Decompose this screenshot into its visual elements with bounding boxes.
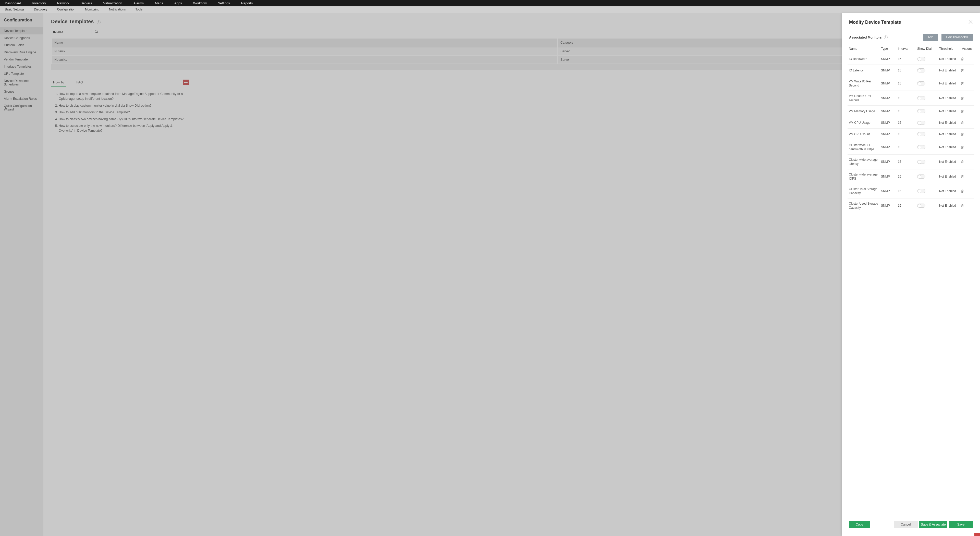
delete-icon[interactable] (961, 132, 974, 136)
topnav-item[interactable]: Alarms (128, 0, 149, 6)
monitor-type: SNMP (881, 110, 896, 113)
section-label: Associated Monitors (849, 35, 882, 39)
svg-point-0 (95, 30, 97, 32)
sidebar-item-groups[interactable]: Groups (0, 88, 43, 95)
help-icon[interactable]: ? (97, 21, 100, 24)
help-icon[interactable]: ? (884, 35, 888, 39)
save-button[interactable]: Save (949, 521, 973, 528)
table-row[interactable]: NutanixServer (52, 47, 972, 55)
sidebar-item-discovery-rule-engine[interactable]: Discovery Rule Engine (0, 49, 43, 56)
svg-rect-2 (184, 82, 188, 83)
tab-how-to[interactable]: How To (51, 80, 66, 87)
how-to-item[interactable]: How to associate only the new monitors? … (59, 124, 184, 134)
how-to-item[interactable]: How to display custom monitor value in d… (59, 103, 184, 108)
topnav-item[interactable]: Network (52, 0, 75, 6)
table-row[interactable]: Nutanix1Server (52, 56, 972, 64)
topnav-item[interactable]: Dashboard (1, 0, 27, 6)
monitor-threshold: Not Enabled (939, 132, 959, 136)
sidebar-item-interface-templates[interactable]: Interface Templates (0, 63, 43, 70)
sidebar-item-vendor-template[interactable]: Vendor Template (0, 56, 43, 63)
delete-icon[interactable] (961, 68, 974, 72)
topnav-item[interactable]: Maps (149, 0, 169, 6)
sidebar-item-device-template[interactable]: Device Template (0, 27, 43, 35)
show-dial-toggle[interactable] (917, 132, 925, 136)
show-dial-toggle[interactable] (917, 68, 925, 72)
how-to-item[interactable]: How to import a new template obtained fr… (59, 92, 184, 102)
delete-icon[interactable] (961, 189, 974, 193)
sidebar-item-alarm-escalation[interactable]: Alarm Escalation Rules (0, 95, 43, 102)
subnav-item[interactable]: Notifications (104, 6, 130, 13)
search-icon[interactable] (94, 30, 99, 34)
monitor-interval: 15 (898, 132, 916, 136)
monitor-row: VM Memory UsageSNMP15Not Enabled (848, 106, 974, 117)
monitor-interval: 15 (898, 57, 916, 61)
show-dial-toggle[interactable] (917, 57, 925, 61)
copy-button[interactable]: Copy (849, 521, 870, 528)
show-dial-toggle[interactable] (917, 189, 925, 193)
show-dial-toggle[interactable] (917, 175, 925, 178)
mh-interval: Interval (898, 47, 916, 51)
sidebar-title: Configuration (0, 17, 43, 27)
delete-icon[interactable] (961, 96, 974, 100)
topnav-item[interactable]: Apps (169, 0, 188, 6)
delete-icon[interactable] (961, 160, 974, 164)
monitor-threshold: Not Enabled (939, 204, 959, 207)
monitor-row: Cluster Total Storage CapacitySNMP15Not … (848, 184, 974, 199)
subnav-item[interactable]: Discovery (29, 6, 52, 13)
delete-icon[interactable] (961, 121, 974, 124)
subnav-item[interactable]: Basic Settings (0, 6, 29, 13)
how-to-item[interactable]: How to classify two devices having same … (59, 117, 184, 122)
monitor-name: Cluster Used Storage Capacity (849, 202, 880, 210)
save-associate-button[interactable]: Save & Associate (919, 521, 947, 528)
show-dial-toggle[interactable] (917, 81, 925, 86)
delete-icon[interactable] (961, 204, 974, 207)
sidebar-item-custom-fields[interactable]: Custom Fields (0, 41, 43, 49)
monitor-row: VM Write IO Per SecondSNMP15Not Enabled (848, 76, 974, 91)
delete-icon[interactable] (961, 82, 974, 85)
monitor-interval: 15 (898, 160, 916, 164)
delete-icon[interactable] (961, 110, 974, 113)
show-dial-toggle[interactable] (917, 109, 925, 113)
show-dial-toggle[interactable] (917, 160, 925, 164)
topnav-item[interactable]: Inventory (27, 0, 52, 6)
search-input[interactable] (51, 29, 92, 34)
sidebar-item-downtime-schedules[interactable]: Device Downtime Schedules (0, 77, 43, 88)
collapse-icon[interactable] (183, 80, 189, 85)
sidebar-item-quick-config-wizard[interactable]: Quick Configuration Wizard (0, 102, 43, 113)
show-dial-toggle[interactable] (917, 204, 925, 208)
delete-icon[interactable] (961, 145, 974, 149)
monitor-row: Cluster wide IO bandwidth in KBpsSNMP15N… (848, 140, 974, 154)
monitor-type: SNMP (881, 68, 896, 72)
topnav-item[interactable]: Workflow (188, 0, 212, 6)
delete-icon[interactable] (961, 57, 974, 61)
close-icon[interactable] (968, 20, 973, 24)
corner-handle-icon[interactable] (974, 533, 980, 536)
show-dial-toggle[interactable] (917, 145, 925, 149)
topnav-item[interactable]: Servers (75, 0, 98, 6)
tab-faq[interactable]: FAQ (74, 80, 85, 87)
add-button[interactable]: Add (923, 34, 938, 41)
monitor-name: IO Bandwidth (849, 57, 880, 61)
monitor-type: SNMP (881, 121, 896, 124)
subnav-item[interactable]: Monitoring (80, 6, 104, 13)
content-area: Device Templates ? Name Category Nutanix… (43, 13, 980, 536)
subnav-item[interactable]: Configuration (52, 6, 80, 13)
subnav-item[interactable]: Tools (130, 6, 148, 13)
show-dial-toggle[interactable] (917, 96, 925, 100)
sidebar-item-device-categories[interactable]: Device Categories (0, 35, 43, 41)
topnav-item[interactable]: Settings (212, 0, 235, 6)
monitor-interval: 15 (898, 145, 916, 149)
delete-icon[interactable] (961, 175, 974, 178)
col-name[interactable]: Name (52, 38, 557, 47)
topnav-item[interactable]: Reports (235, 0, 259, 6)
topnav-item[interactable]: Virtualization (98, 0, 128, 6)
monitor-type: SNMP (881, 82, 896, 85)
edit-thresholds-button[interactable]: Edit Thresholds (942, 34, 973, 41)
how-to-item[interactable]: How to add bulk monitors to the Device T… (59, 110, 184, 115)
show-dial-toggle[interactable] (917, 121, 925, 125)
monitor-type: SNMP (881, 189, 896, 193)
sidebar-item-url-template[interactable]: URL Template (0, 70, 43, 77)
monitor-threshold: Not Enabled (939, 121, 959, 124)
cancel-button[interactable]: Cancel (894, 521, 918, 528)
pager: ⏮ ◀ Page of 1 ▶ ⏭ 100 (51, 64, 972, 70)
